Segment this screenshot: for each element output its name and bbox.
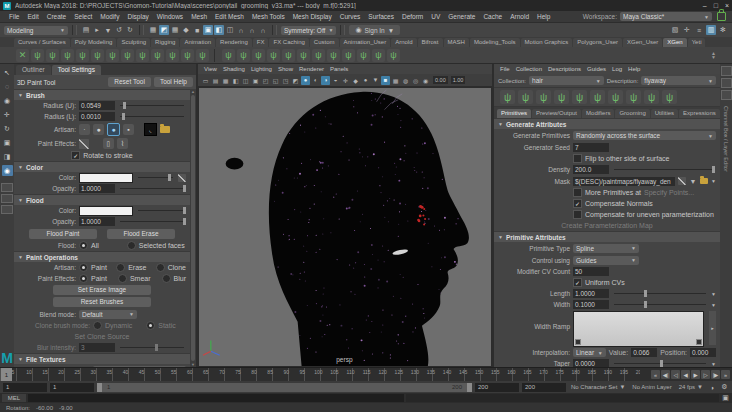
panel-toggle-icon[interactable]: ≡ [694, 25, 704, 35]
dock-toggle-icon[interactable] [721, 90, 732, 100]
step-forward-key-button[interactable]: |▶ [711, 370, 720, 379]
panel-toggle-icon[interactable]: ✛ [682, 25, 692, 35]
menu-item[interactable]: Mesh [188, 13, 210, 20]
flood-erase-button[interactable]: Flood Erase [107, 229, 175, 239]
section-primitive-attributes[interactable]: ▼Primitive Attributes [494, 231, 720, 242]
status-icon[interactable]: ∩ [258, 25, 268, 35]
menu-item[interactable]: Modify [97, 13, 122, 20]
command-input[interactable] [28, 394, 404, 402]
compensate-normals-checkbox[interactable]: ✓ [573, 199, 582, 208]
shelf-tab[interactable]: Custom [310, 38, 339, 47]
shelf-tab[interactable]: Bifrost [418, 38, 443, 47]
viewport-toolbar-icon[interactable]: ● [301, 76, 310, 85]
length-slider[interactable] [614, 289, 706, 298]
description-dropdown[interactable]: flyaway▼ [641, 76, 716, 85]
menu-item[interactable]: Select [71, 13, 95, 20]
taper-field[interactable]: 0.0000 [573, 359, 609, 367]
rotate-to-stroke-checkbox[interactable]: ✓ [71, 151, 80, 160]
artisan-erase-radio[interactable] [116, 263, 125, 272]
radius-l-field[interactable]: 0.0010 [79, 112, 115, 121]
viewport-toolbar-icon[interactable]: ◱ [271, 76, 280, 85]
brush-soft-icon[interactable]: · [79, 124, 90, 135]
menu-item[interactable]: Arnold [507, 13, 532, 20]
viewport-toolbar-icon[interactable]: ◆ [351, 76, 360, 85]
shelf-tool-icon[interactable]: ψ [151, 49, 164, 62]
menu-item[interactable]: Deform [399, 13, 426, 20]
tool-icon[interactable]: ◌ [2, 81, 13, 92]
length-field[interactable]: 1.0000 [573, 289, 609, 298]
step-back-key-button[interactable]: ◀| [661, 370, 670, 379]
shelf-tab[interactable]: Motion Graphics [521, 38, 573, 47]
ramp-position-field[interactable]: 0.000 [690, 348, 716, 357]
section-file-textures[interactable]: ▼File Textures [14, 353, 190, 364]
taper-slider[interactable] [614, 359, 706, 367]
workspace-lock-icon[interactable] [717, 12, 726, 21]
panel-toggle-icon[interactable]: ✻ [718, 25, 728, 35]
mel-label[interactable]: MEL [2, 394, 26, 402]
playback-start-field[interactable]: 1 [50, 383, 94, 392]
shelf-tool-icon[interactable]: ψ [76, 49, 89, 62]
status-icon[interactable]: ◆ [181, 25, 191, 35]
status-icon[interactable]: ↺ [114, 25, 124, 35]
menu-item[interactable]: UV [428, 13, 443, 20]
status-icon[interactable]: ■ [192, 25, 202, 35]
shelf-tab[interactable]: Arnold [391, 38, 416, 47]
menu-item[interactable]: Mesh Tools [249, 13, 288, 20]
pe-paint-radio[interactable] [79, 274, 88, 283]
layout-split-icon[interactable] [1, 205, 13, 214]
xgen-tab[interactable]: Grooming [615, 109, 649, 118]
brush-square-icon[interactable]: ▪ [123, 124, 134, 135]
paint-effects-canvas-icon[interactable]: ▯ [103, 138, 114, 149]
uniform-cvs-checkbox[interactable]: ✓ [573, 278, 582, 287]
viewport-menu-item[interactable]: Renderer [297, 66, 326, 72]
viewport-toolbar-icon[interactable]: ◑ [321, 76, 330, 85]
shelf-tool-icon[interactable]: ψ [327, 49, 340, 62]
fps-dropdown[interactable]: 24 fps▼ [677, 384, 705, 390]
viewport-toolbar-icon[interactable]: ▭ [201, 76, 210, 85]
viewport-toolbar-icon[interactable]: ◒ [331, 76, 340, 85]
shelf-tool-icon[interactable]: ψ [282, 49, 295, 62]
viewport-menu-item[interactable]: Panels [328, 66, 350, 72]
go-to-end-button[interactable]: » [721, 370, 730, 379]
range-handle-right[interactable] [467, 383, 472, 392]
flood-all-radio[interactable] [79, 241, 88, 250]
shelf-tab[interactable]: FX [253, 38, 269, 47]
shelf-tool-icon[interactable]: ψ [252, 49, 265, 62]
section-color[interactable]: ▼Color [14, 161, 190, 172]
shelf-tool-icon[interactable]: ψ [297, 49, 310, 62]
flood-color-swatch[interactable] [79, 206, 133, 216]
flood-opacity-field[interactable]: 1.0000 [79, 217, 115, 226]
menu-item[interactable]: Curves [337, 13, 364, 20]
generator-seed-field[interactable]: 7 [573, 143, 609, 152]
flood-opacity-slider[interactable] [120, 217, 184, 226]
tool-icon[interactable]: ◉ [2, 165, 13, 176]
density-slider[interactable] [614, 165, 714, 174]
close-button[interactable]: × [725, 2, 729, 9]
xgen-tab[interactable]: Primitives [497, 109, 531, 118]
color-swatch[interactable] [79, 173, 133, 183]
range-bar[interactable]: 1 200 [97, 383, 472, 392]
compensate-uneven-checkbox[interactable] [573, 210, 582, 219]
shelf-tool-icon[interactable]: ψ [31, 49, 44, 62]
viewport-toolbar-icon[interactable]: ✛ [341, 76, 350, 85]
xgen-tool-icon[interactable]: ψ [518, 90, 533, 104]
viewport-canvas[interactable]: persp [198, 87, 492, 367]
viewport-toolbar-icon[interactable]: ◳ [281, 76, 290, 85]
xgen-menu-item[interactable]: Collection [514, 66, 544, 72]
dock-toggle-icon[interactable] [721, 78, 732, 88]
range-handle-left[interactable] [97, 383, 102, 392]
menu-item[interactable]: Cache [480, 13, 505, 20]
save-map-icon[interactable]: ▼ [689, 177, 697, 185]
shelf-tool-icon[interactable]: ✕ [16, 49, 29, 62]
shelf-tab[interactable]: Sculpting [117, 38, 150, 47]
menu-item[interactable]: Display [124, 13, 151, 20]
shelf-tab[interactable]: Poly Modeling [71, 38, 117, 47]
xgen-menu-item[interactable]: Guides [585, 66, 608, 72]
menu-item[interactable]: Create [44, 13, 70, 20]
timeline[interactable]: 1 51015202530354045505560657075808590951… [0, 368, 640, 381]
viewport-menu-item[interactable]: Show [276, 66, 295, 72]
collection-dropdown[interactable]: hair▼ [529, 76, 604, 85]
xgen-tab[interactable]: Expressions [679, 109, 720, 118]
status-icon[interactable]: ∩ [236, 25, 246, 35]
shelf-tool-icon[interactable]: ψ [91, 49, 104, 62]
